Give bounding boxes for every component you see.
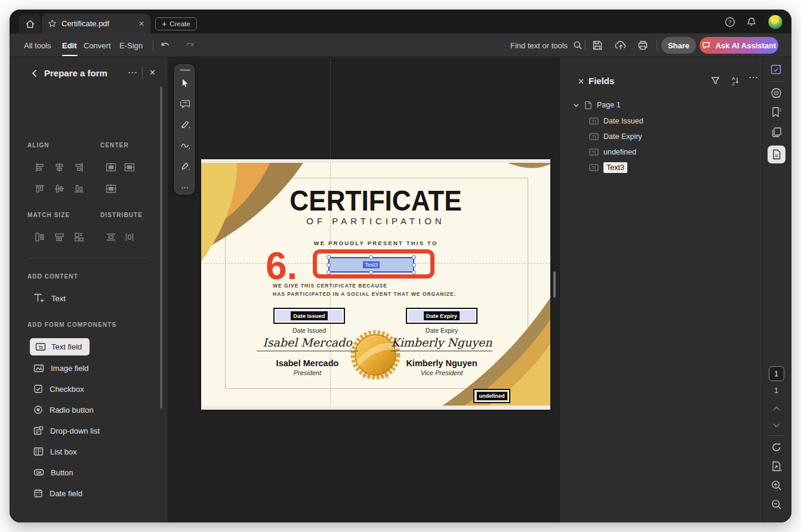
create-button[interactable]: + Create: [155, 17, 197, 30]
help-icon[interactable]: ?: [725, 17, 735, 27]
redo-icon[interactable]: [184, 40, 195, 51]
component-label: Drop-down list: [50, 426, 100, 435]
distribute-horizontal-icon[interactable]: [123, 230, 136, 243]
radio-button-icon: [33, 405, 43, 415]
prepare-form-panel: Prepare a form ⋯ ✕ ALIGN CENTER: [10, 57, 168, 522]
center-horizontal-icon[interactable]: [104, 160, 118, 174]
add-text-tool[interactable]: Text: [33, 290, 66, 306]
panel-more-icon[interactable]: ⋯: [128, 67, 137, 78]
rotate-page-icon[interactable]: [760, 441, 791, 453]
sort-icon[interactable]: AZ: [729, 75, 740, 86]
field-item-label-selected: Text3: [603, 162, 627, 173]
svg-text:OK: OK: [36, 471, 42, 475]
field-item-undefined[interactable]: TI undefined: [589, 146, 636, 159]
tab-close-icon[interactable]: ✕: [138, 20, 144, 28]
print-icon[interactable]: [637, 40, 648, 51]
user-avatar[interactable]: [768, 14, 783, 30]
align-bottom-icon[interactable]: [72, 182, 85, 195]
component-checkbox[interactable]: Checkbox: [33, 381, 84, 397]
undefined-field-label: undefined: [477, 392, 507, 400]
back-icon[interactable]: [30, 69, 39, 78]
certificate-body-line2: HAS PARTICIPATED IN A SOCIAL EVENT THAT …: [273, 291, 456, 297]
page-tree-node[interactable]: Page 1: [573, 98, 621, 112]
more-tools-icon[interactable]: ⋯: [175, 180, 195, 195]
align-center-horizontal-icon[interactable]: [53, 160, 66, 174]
align-right-icon[interactable]: [72, 160, 85, 174]
page-thumbnails-rail-icon-selected[interactable]: [760, 146, 791, 163]
total-pages: 1: [760, 386, 791, 395]
panel-close-icon[interactable]: ✕: [149, 68, 156, 77]
component-label: List box: [50, 447, 77, 456]
date-issued-form-field[interactable]: Date Issued: [273, 308, 345, 324]
chevron-down-icon[interactable]: [573, 102, 580, 109]
comments-rail-icon[interactable]: @: [760, 87, 791, 100]
document-scrollbar[interactable]: [553, 271, 556, 298]
component-list-box[interactable]: List box: [33, 444, 77, 459]
annotation-step-number: 6.: [266, 244, 297, 288]
align-left-icon[interactable]: [33, 160, 46, 174]
component-image-field[interactable]: Image field: [33, 360, 89, 376]
pdf-page[interactable]: CERTIFICATE OF PARTICIPATION WE PROUDLY …: [201, 159, 550, 410]
home-button[interactable]: [19, 14, 41, 33]
zoom-out-icon[interactable]: [760, 499, 791, 511]
center-vertical-icon[interactable]: [123, 160, 136, 174]
ai-assistant-rail-icon[interactable]: [760, 63, 791, 76]
draw-tool[interactable]: [175, 138, 195, 153]
zoom-in-icon[interactable]: [760, 480, 791, 491]
certificate-present-line: WE PROUDLY PRESENT THIS TO: [201, 240, 550, 246]
certificate-body-line1: WE GIVE THIS CERTIFICATE BECAUSE: [273, 283, 387, 289]
section-distribute: DISTRIBUTE: [100, 212, 143, 218]
date-expiry-form-field[interactable]: Date Expiry: [406, 308, 477, 324]
highlight-tool[interactable]: [175, 117, 195, 132]
bookmarks-rail-icon[interactable]: [760, 106, 791, 118]
undo-icon[interactable]: [160, 40, 171, 51]
field-item-text3-selected[interactable]: TI Text3: [589, 161, 627, 174]
find-tool[interactable]: Find text or tools: [510, 33, 583, 57]
menu-convert[interactable]: Convert: [84, 33, 111, 57]
distribute-vertical-icon[interactable]: [104, 230, 118, 243]
match-width-icon[interactable]: [33, 230, 46, 243]
left-panel-scrollbar[interactable]: [160, 86, 162, 409]
sign-tool[interactable]: [175, 159, 195, 174]
document-tab[interactable]: Certificate.pdf ✕: [42, 14, 150, 33]
main-toolbar: All tools Edit Convert E-Sign Find text …: [10, 33, 791, 57]
previous-page-icon[interactable]: [760, 406, 791, 412]
fit-page-icon[interactable]: [760, 460, 791, 472]
drop-down-list-icon: [33, 426, 44, 435]
annotation-highlight-box: [313, 249, 435, 279]
attachments-rail-icon[interactable]: [760, 126, 791, 138]
match-height-icon[interactable]: [53, 230, 66, 243]
star-icon[interactable]: [48, 19, 57, 28]
undefined-form-field[interactable]: undefined: [473, 389, 510, 403]
save-icon[interactable]: [592, 40, 603, 51]
toolbar-drag-handle[interactable]: [180, 69, 190, 71]
share-button[interactable]: Share: [661, 37, 696, 54]
comment-tool[interactable]: [175, 96, 195, 112]
component-text-field[interactable]: TI Text field: [30, 338, 90, 355]
ask-ai-assistant-button[interactable]: Ask AI Assistant: [700, 37, 778, 54]
center-both-icon[interactable]: [104, 182, 118, 195]
menu-all-tools[interactable]: All tools: [24, 33, 51, 57]
component-date-field[interactable]: Date field: [33, 485, 82, 501]
field-item-date-expiry[interactable]: TI Date Expiry: [589, 130, 642, 143]
align-top-icon[interactable]: [33, 182, 46, 195]
select-tool[interactable]: [175, 75, 195, 91]
field-item-date-issued[interactable]: TI Date Issued: [589, 115, 643, 128]
next-page-icon[interactable]: [760, 422, 791, 428]
menu-edit[interactable]: Edit: [62, 33, 77, 57]
filter-icon[interactable]: [710, 76, 720, 86]
notifications-icon[interactable]: [746, 17, 757, 27]
fields-more-icon[interactable]: ⋯: [748, 72, 758, 83]
fields-close-icon[interactable]: ✕: [578, 77, 584, 86]
component-button[interactable]: OK Button: [33, 465, 73, 480]
match-both-icon[interactable]: [72, 230, 85, 243]
current-page-box[interactable]: 1: [760, 366, 791, 381]
add-text-icon: [33, 293, 45, 304]
button-icon: OK: [33, 468, 44, 477]
menu-esign[interactable]: E-Sign: [119, 33, 143, 57]
component-label: Radio button: [50, 406, 94, 415]
align-middle-vertical-icon[interactable]: [53, 182, 66, 195]
component-radio-button[interactable]: Radio button: [33, 402, 94, 417]
component-drop-down-list[interactable]: Drop-down list: [33, 423, 100, 438]
upload-icon[interactable]: [615, 40, 627, 51]
